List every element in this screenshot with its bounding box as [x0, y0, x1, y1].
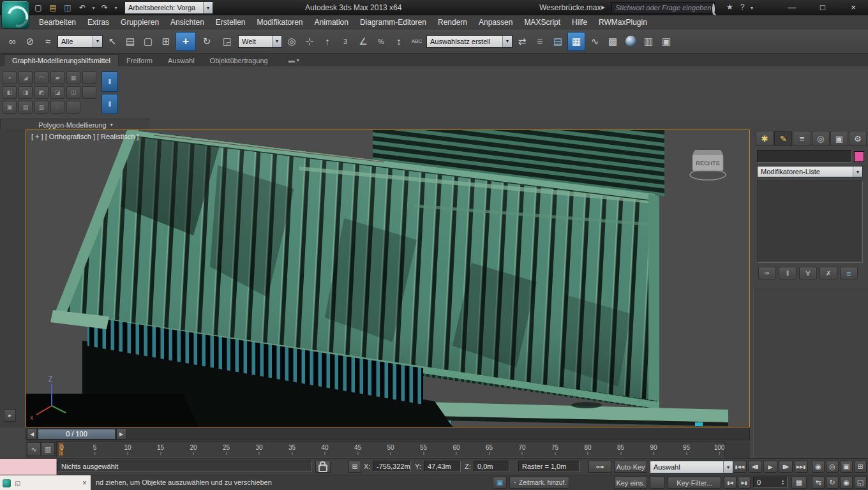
ribbon-tool-button[interactable]: ◪ [50, 86, 64, 99]
menu-extras[interactable]: Extras [82, 15, 115, 29]
maxscript-macro-recorder[interactable] [0, 459, 57, 475]
select-by-name-icon[interactable]: ▤ [122, 33, 138, 50]
ribbon-tool-button[interactable]: ▰ [50, 71, 64, 84]
menu-anpassen[interactable]: Anpassen [473, 15, 518, 29]
zoom-extents-icon[interactable]: ▣ [840, 461, 853, 473]
pin-stack-icon[interactable]: ✑ [758, 267, 776, 279]
angle-snap-icon[interactable]: ∠ [355, 33, 371, 50]
time-slider-left-arrow[interactable]: ◀ [27, 428, 37, 440]
select-object-icon[interactable]: ↖ [104, 33, 121, 50]
help-search-input[interactable] [611, 2, 715, 13]
help-icon[interactable]: ? [740, 3, 745, 11]
remove-modifier-icon[interactable]: ✗ [819, 267, 837, 279]
menu-rendern[interactable]: Rendern [432, 15, 473, 29]
reference-coordinate-combo[interactable]: Welt ▾ [238, 35, 282, 48]
track-toggle-icon[interactable]: ▥ [41, 442, 55, 456]
select-and-move-icon[interactable]: + [176, 32, 196, 51]
menu-modifikatoren[interactable]: Modifikatoren [251, 15, 309, 29]
modifier-stack[interactable] [757, 180, 863, 263]
spinner-down-icon[interactable]: ▾ [782, 482, 784, 486]
ribbon-tool-button[interactable] [82, 86, 96, 99]
new-file-icon[interactable]: ▢ [32, 2, 45, 13]
ribbon-tool-button[interactable]: ◨ [19, 86, 33, 99]
redo-dropdown-icon[interactable]: ▾ [113, 2, 119, 13]
ribbon-tab-freiform[interactable]: Freiform [119, 55, 160, 66]
menu-rwmaxplugin[interactable]: RWMaxPlugin [593, 15, 653, 29]
save-file-icon[interactable]: ◫ [61, 2, 74, 13]
schematic-view-icon[interactable]: ▩ [604, 33, 621, 50]
tab-create-icon[interactable]: ✱ [756, 131, 774, 146]
orbit-view-icon[interactable]: ↻ [826, 477, 839, 489]
maximize-button[interactable]: □ [808, 0, 837, 15]
ribbon-tool-button[interactable]: ▤ [19, 101, 33, 114]
keyboard-shortcut-toggle-icon[interactable]: ▦ [791, 477, 807, 489]
selection-filter-combo[interactable]: Alle ▾ [57, 35, 103, 48]
zoom-icon[interactable]: ◉ [812, 461, 825, 473]
ribbon-tool-button[interactable]: ▦ [66, 71, 80, 84]
render-setup-icon[interactable]: ▥ [640, 33, 657, 50]
menu-ansichten[interactable]: Ansichten [165, 15, 210, 29]
workspace-combo[interactable]: Arbeitsbereich: Vorga ▾ [124, 1, 213, 14]
selection-lock-icon[interactable] [315, 461, 331, 473]
object-color-swatch[interactable] [854, 151, 864, 162]
ribbon-display-toggle[interactable]: ▬ ▾ [288, 57, 299, 64]
select-and-rotate-icon[interactable]: ↻ [197, 33, 216, 50]
maxscript-mini-listener[interactable]: ◱ × [0, 475, 91, 490]
minimize-button[interactable]: — [777, 0, 807, 15]
ribbon-tool-button[interactable]: ◩ [34, 86, 49, 99]
menu-bearbeiten[interactable]: Bearbeiten [33, 15, 82, 29]
ribbon-tool-button[interactable]: ▥ [34, 101, 49, 114]
make-unique-icon[interactable]: ∀ [799, 267, 817, 279]
pan-view-icon[interactable]: ⇆ [812, 477, 825, 489]
ribbon-tool-button[interactable]: ◫ [66, 86, 80, 99]
ribbon-tab-auswahl[interactable]: Auswahl [160, 55, 202, 66]
select-and-manipulate-icon[interactable]: ⊹ [301, 33, 318, 50]
viewport-label[interactable]: [ + ] [ Orthografisch ] [ Realistisch ] [31, 133, 138, 140]
key-filter-button[interactable]: Key-Filter... [668, 477, 721, 489]
layer-manager-icon[interactable]: ▤ [550, 33, 566, 50]
region-zoom-icon[interactable]: ◉ [840, 477, 853, 489]
go-to-start-icon[interactable]: ▮◀◀ [733, 461, 747, 473]
flyout-arrow-button[interactable]: ▸ [4, 409, 16, 422]
isolate-selection-icon[interactable]: ▣ [493, 477, 507, 489]
edit-named-sets-icon[interactable]: ABC [408, 33, 425, 50]
unlink-selection-icon[interactable]: ⊘ [22, 33, 38, 50]
percent-snap-icon[interactable]: % [373, 33, 389, 50]
3dsmax-app-button[interactable] [1, 1, 29, 29]
help-dropdown-icon[interactable]: ▾ [751, 5, 753, 11]
render-icon[interactable] [676, 33, 692, 50]
add-time-tag-button[interactable]: ◔ Zeitmark. hinzuf. [509, 477, 569, 489]
frame-spinner[interactable]: ▴ ▾ [782, 479, 784, 486]
ribbon-tab-objekt-bertragung[interactable]: Objektübertragung [202, 55, 276, 66]
tab-hierarchy-icon[interactable]: ≡ [793, 131, 811, 146]
ribbon-tool-button[interactable] [66, 101, 80, 114]
curve-editor-icon[interactable]: ∿ [587, 33, 603, 50]
select-and-link-icon[interactable]: ∞ [4, 33, 20, 50]
play-animation-icon[interactable]: ▶ [763, 461, 777, 473]
set-keys-icon[interactable]: ⊶ [588, 461, 611, 473]
set-key-button[interactable]: Key eins. [614, 477, 647, 489]
time-slider-right-arrow[interactable]: ▶ [116, 428, 126, 440]
previous-frame-icon[interactable]: ◀▮ [748, 461, 762, 473]
spinner-snap-icon[interactable]: ↕ [391, 33, 407, 50]
redo-icon[interactable]: ↷ [98, 2, 111, 13]
time-slider-handle[interactable]: 0 / 100 [38, 429, 116, 440]
timeline-ruler[interactable]: 0510152025303540455055606570758085909510… [56, 442, 725, 457]
viewport-canvas[interactable]: RECHTS Z x [26, 130, 749, 427]
object-name-field[interactable] [757, 150, 851, 163]
tab-modify-icon[interactable]: ✎ [774, 131, 792, 146]
open-file-icon[interactable]: ▤ [47, 2, 59, 13]
previous-key-icon[interactable]: ▮◀ [724, 477, 737, 489]
maximize-viewport-toggle-icon[interactable]: ◱ [854, 477, 867, 489]
listener-close-icon[interactable]: × [82, 479, 87, 487]
next-key-icon[interactable]: ▶▮ [738, 477, 751, 489]
favorites-star-icon[interactable]: ★ [726, 3, 733, 11]
undo-dropdown-icon[interactable]: ▾ [91, 2, 96, 13]
bridge-model[interactable] [26, 130, 728, 427]
ribbon-toggle-button-active[interactable]: ‖ [101, 94, 118, 114]
search-icon[interactable] [712, 4, 715, 13]
x-coordinate-field[interactable]: -755,322m [373, 461, 411, 472]
selection-status-field[interactable]: Nichts ausgewählt [57, 461, 311, 472]
configure-modifier-sets-icon[interactable]: ≣ [840, 267, 858, 279]
comm-center-arr ow-icon[interactable]: ▸ [601, 3, 605, 11]
